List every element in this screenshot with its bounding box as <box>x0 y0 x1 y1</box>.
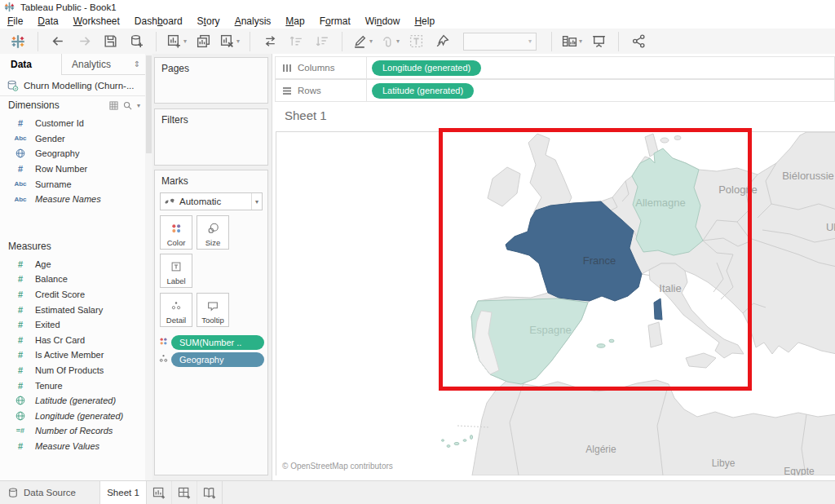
menu-help[interactable]: Help <box>407 15 442 27</box>
clear-sheet-button[interactable]: ▾ <box>218 31 241 52</box>
new-data-source-button[interactable] <box>125 31 148 52</box>
color-icon <box>170 222 183 237</box>
text-icon: Abc <box>11 196 29 203</box>
data-source-item[interactable]: Churn Modelling (Churn-... <box>0 75 145 96</box>
field-name: Tenure <box>35 381 63 391</box>
search-icon[interactable] <box>123 101 132 110</box>
dropdown-caret-icon[interactable]: ▾ <box>369 38 373 45</box>
dropdown-caret-icon[interactable]: ▾ <box>579 38 582 45</box>
tableau-window: Tableau Public - Book1 FileDataWorksheet… <box>0 0 835 504</box>
map-label-ukr: Ukr <box>826 221 835 233</box>
mark-type-dropdown[interactable]: Automatic ▾ <box>160 192 263 210</box>
dimensions-menu-caret-icon[interactable]: ▾ <box>137 102 140 109</box>
dimension-field-customer-id[interactable]: #Customer Id <box>0 116 145 131</box>
dimension-field-gender[interactable]: AbcGender <box>0 131 145 147</box>
share-button[interactable] <box>627 31 650 52</box>
menu-data[interactable]: Data <box>30 15 65 27</box>
rows-label: Rows <box>298 86 321 95</box>
show-mark-labels-button[interactable] <box>404 31 427 52</box>
swap-rows-columns-button[interactable] <box>258 31 281 52</box>
label-button[interactable]: Label <box>160 254 192 288</box>
dimension-field-geography[interactable]: Geography <box>0 146 145 161</box>
save-button[interactable] <box>99 31 121 52</box>
detail-button[interactable]: Detail <box>160 293 192 327</box>
measure-field-latitude-generated[interactable]: Latitude (generated) <box>0 393 145 409</box>
columns-pill-longitude[interactable]: Longitude (generated) <box>372 60 481 76</box>
field-name: Has Cr Card <box>35 335 85 345</box>
dimension-field-surname[interactable]: AbcSurname <box>0 176 145 192</box>
map-label-alg-rie: Algérie <box>585 444 616 455</box>
pill-sum-number[interactable]: SUM(Number .. <box>171 335 264 350</box>
measures-list: #Age#Balance#Credit Score#Estimated Sala… <box>0 255 145 454</box>
country-north-africa[interactable] <box>472 380 835 475</box>
show-me-button[interactable]: ▾ <box>560 31 584 52</box>
number-icon: # <box>11 441 29 451</box>
color-button-label: Color <box>167 238 186 247</box>
dropdown-caret-icon[interactable]: ▾ <box>396 38 400 45</box>
measure-field-age[interactable]: #Age <box>0 257 145 272</box>
main-toolbar: ▾▾▾▾▾▾ <box>0 29 835 55</box>
new-worksheet-tab-button[interactable] <box>147 481 172 504</box>
highlight-button[interactable]: ▾ <box>351 31 374 52</box>
menu-format[interactable]: Format <box>312 15 358 27</box>
view-grid-icon[interactable] <box>109 101 118 110</box>
columns-shelf[interactable]: Columns Longitude (generated) <box>275 56 835 79</box>
new-story-tab-button[interactable] <box>197 481 223 504</box>
pin-button[interactable] <box>431 31 453 52</box>
presentation-mode-button[interactable] <box>587 31 610 52</box>
menu-file[interactable]: File <box>0 15 30 27</box>
tooltip-button[interactable]: Tooltip <box>197 293 229 327</box>
measures-label: Measures <box>8 241 140 252</box>
size-button[interactable]: Size <box>197 215 229 250</box>
field-name: Geography <box>35 148 79 158</box>
tableau-app-icon <box>4 2 15 12</box>
dimension-field-measure-names[interactable]: AbcMeasure Names <box>0 192 145 207</box>
measure-field-credit-score[interactable]: #Credit Score <box>0 287 145 303</box>
undo-button[interactable] <box>46 31 69 52</box>
menu-window[interactable]: Window <box>358 15 408 27</box>
measure-field-longitude-generated[interactable]: Longitude (generated) <box>0 409 145 424</box>
sort-descending-button[interactable] <box>311 31 334 52</box>
measure-field-measure-values[interactable]: #Measure Values <box>0 439 145 454</box>
redo-button[interactable] <box>73 31 95 52</box>
sort-ascending-button[interactable] <box>285 31 307 52</box>
tab-data[interactable]: Data <box>0 54 61 75</box>
annotation-rectangle <box>439 128 752 391</box>
rows-shelf[interactable]: Rows Latitude (generated) <box>275 79 835 102</box>
color-button[interactable]: Color <box>160 215 192 250</box>
toolbar-separator <box>551 32 552 51</box>
pane-swap-icon[interactable]: ⇕ <box>129 54 145 75</box>
pill-geography[interactable]: Geography <box>171 352 264 367</box>
menu-story[interactable]: Story <box>190 15 228 27</box>
database-icon <box>7 80 19 91</box>
menu-analysis[interactable]: Analysis <box>228 15 279 27</box>
measure-field-number-of-records[interactable]: =#Number of Records <box>0 423 145 439</box>
rows-pill-latitude[interactable]: Latitude (generated) <box>372 83 474 99</box>
measure-field-tenure[interactable]: #Tenure <box>0 378 145 393</box>
tab-analytics[interactable]: Analytics <box>61 54 129 75</box>
field-name: Latitude (generated) <box>35 396 116 405</box>
dimension-field-row-number[interactable]: #Row Number <box>0 161 145 177</box>
measure-field-balance[interactable]: #Balance <box>0 272 145 287</box>
menu-dashboard[interactable]: Dashboard <box>127 15 190 27</box>
fit-selector[interactable]: ▾ <box>463 33 537 51</box>
duplicate-sheet-button[interactable] <box>192 31 214 52</box>
new-dashboard-tab-button[interactable] <box>172 481 197 504</box>
measure-field-estimated-salary[interactable]: #Estimated Salary <box>0 302 145 317</box>
paperclip-button[interactable]: ▾ <box>378 31 401 52</box>
menu-worksheet[interactable]: Worksheet <box>66 15 127 27</box>
measure-field-exited[interactable]: #Exited <box>0 317 145 333</box>
pages-shelf[interactable]: Pages <box>154 57 268 104</box>
filters-shelf[interactable]: Filters <box>154 108 268 166</box>
menu-map[interactable]: Map <box>278 15 311 27</box>
globe-icon <box>11 411 29 421</box>
measure-field-is-active-member[interactable]: #Is Active Member <box>0 347 145 363</box>
measure-field-has-cr-card[interactable]: #Has Cr Card <box>0 333 145 348</box>
measure-field-num-of-products[interactable]: #Num Of Products <box>0 363 145 378</box>
data-source-tab[interactable]: Data Source <box>0 481 100 504</box>
dropdown-caret-icon[interactable]: ▾ <box>236 38 240 45</box>
islands-canary[interactable] <box>442 435 473 448</box>
new-worksheet-button[interactable]: ▾ <box>165 31 188 52</box>
dropdown-caret-icon[interactable]: ▾ <box>183 38 187 45</box>
sheet1-tab[interactable]: Sheet 1 <box>100 481 147 504</box>
